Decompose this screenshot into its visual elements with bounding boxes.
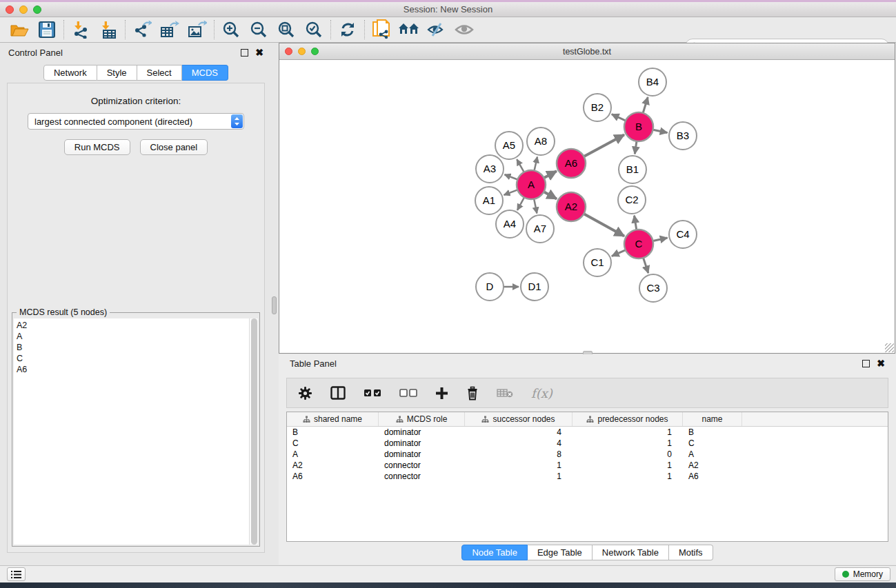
toolbar-separator: [330, 20, 331, 39]
toolbar-separator: [125, 20, 126, 39]
node-label-A5: A5: [503, 139, 515, 151]
table-row[interactable]: Bdominator41B: [287, 427, 888, 438]
table-row[interactable]: A6connector11A6: [287, 471, 888, 482]
table-row[interactable]: Cdominator41C: [287, 438, 888, 449]
table-cell: A: [683, 449, 742, 460]
column-header-name[interactable]: name: [683, 412, 742, 426]
table-cell: B: [683, 427, 742, 438]
network-window-titlebar[interactable]: testGlobe.txt: [279, 43, 895, 60]
zoom-in-icon[interactable]: [217, 19, 245, 40]
control-panel-title: Control Panel: [8, 48, 63, 58]
toolbar-separator: [214, 20, 215, 39]
result-item[interactable]: A: [17, 331, 246, 342]
result-item[interactable]: A6: [17, 364, 246, 375]
vertical-split-grip[interactable]: [272, 296, 277, 314]
result-scrollbar[interactable]: [249, 318, 258, 545]
network-from-file-icon[interactable]: [368, 19, 395, 40]
select-all-icon[interactable]: [364, 389, 381, 397]
table-cell: 1: [573, 460, 683, 471]
table-row[interactable]: A2connector11A2: [287, 460, 888, 471]
node-label-B2: B2: [591, 101, 604, 113]
table-cell: 1: [573, 427, 683, 438]
table-panel-header: Table Panel ✖: [279, 354, 896, 372]
table-tabs: Node TableEdge TableNetwork TableMotifs: [279, 545, 896, 560]
table-cell: A6: [683, 471, 742, 482]
tab-edge-table[interactable]: Edge Table: [528, 545, 593, 560]
network-graph[interactable]: B4B2BB3A8A5A6A3B1AA1C2A2A4A7C4CC1DD1C3: [279, 60, 895, 353]
node-label-A6: A6: [565, 157, 577, 169]
node-label-A2: A2: [565, 201, 577, 212]
delete-icon[interactable]: [466, 386, 479, 401]
column-header-shared-name[interactable]: shared name: [287, 412, 379, 426]
shared-attribute-icon: [303, 416, 310, 423]
tab-network-table[interactable]: Network Table: [593, 545, 669, 560]
column-header-predecessor-nodes[interactable]: predecessor nodes: [573, 412, 683, 426]
export-image-icon[interactable]: [183, 19, 211, 40]
deselect-all-icon[interactable]: [399, 389, 417, 397]
tab-style[interactable]: Style: [97, 65, 137, 81]
float-panel-icon[interactable]: [241, 49, 248, 57]
export-table-icon[interactable]: [156, 19, 183, 40]
tab-node-table[interactable]: Node Table: [461, 545, 528, 560]
list-icon: [11, 570, 21, 579]
run-mcds-button[interactable]: Run MCDS: [64, 139, 130, 155]
show-eye-icon[interactable]: [450, 19, 478, 40]
save-icon[interactable]: [33, 19, 61, 40]
memory-button[interactable]: Memory: [835, 567, 890, 581]
result-item[interactable]: C: [17, 353, 246, 364]
delete-table-icon: [497, 388, 513, 398]
result-item[interactable]: A2: [17, 320, 246, 331]
status-bar: Memory: [0, 565, 896, 582]
node-table-header: shared nameMCDS rolesuccessor nodesprede…: [287, 412, 888, 427]
node-label-C2: C2: [625, 194, 638, 205]
close-panel-icon[interactable]: ✖: [255, 49, 263, 57]
tab-network[interactable]: Network: [43, 65, 97, 81]
refresh-icon[interactable]: [334, 19, 361, 40]
node-label-D1: D1: [528, 281, 541, 292]
table-cell: A2: [287, 460, 379, 471]
table-cell: B: [287, 427, 379, 438]
network-canvas[interactable]: B4B2BB3A8A5A6A3B1AA1C2A2A4A7C4CC1DD1C3: [279, 60, 895, 353]
close-panel-icon[interactable]: ✖: [877, 360, 885, 367]
zoom-fit-icon[interactable]: [272, 19, 300, 40]
memory-label: Memory: [853, 569, 883, 579]
tab-select[interactable]: Select: [137, 65, 182, 81]
close-panel-button[interactable]: Close panel: [140, 139, 208, 155]
column-header-mcds-role[interactable]: MCDS role: [379, 412, 465, 426]
import-network-icon[interactable]: [67, 19, 94, 40]
add-column-icon[interactable]: [435, 387, 448, 400]
mcds-result-list[interactable]: A2ABCA6: [14, 318, 249, 545]
export-network-icon[interactable]: [128, 19, 156, 40]
gear-icon[interactable]: [298, 386, 312, 401]
table-cell: dominator: [379, 427, 465, 438]
float-panel-icon[interactable]: [862, 360, 870, 367]
tab-motifs[interactable]: Motifs: [669, 545, 713, 560]
result-item[interactable]: B: [17, 342, 246, 353]
table-cell: dominator: [379, 449, 465, 460]
titlebar: Session: New Session: [0, 2, 896, 17]
open-folder-icon[interactable]: [6, 19, 33, 40]
column-label: name: [701, 414, 722, 424]
node-label-A4: A4: [504, 218, 516, 230]
result-scrollbar-thumb[interactable]: [251, 318, 257, 545]
import-table-icon[interactable]: [94, 19, 122, 40]
hide-eye-icon[interactable]: [423, 19, 450, 40]
node-label-A: A: [528, 179, 535, 190]
table-row[interactable]: Adominator80A: [287, 449, 888, 460]
mcds-tab-content: Optimization criterion: largest connecte…: [7, 83, 265, 553]
column-header-successor-nodes[interactable]: successor nodes: [465, 412, 573, 426]
zoom-selected-icon[interactable]: [300, 19, 328, 40]
node-label-C1: C1: [590, 256, 604, 268]
function-builder-icon: f(x): [531, 386, 552, 401]
window-resize-grip[interactable]: [885, 343, 894, 352]
tab-mcds[interactable]: MCDS: [182, 65, 228, 81]
control-panel-header: Control Panel ✖: [1, 44, 270, 61]
column-layout-icon[interactable]: [330, 386, 346, 400]
column-label: shared name: [314, 414, 362, 424]
task-history-button[interactable]: [7, 567, 26, 581]
table-cell: A2: [683, 460, 742, 471]
home-icon[interactable]: [395, 19, 423, 40]
table-cell: connector: [379, 460, 465, 471]
criterion-select[interactable]: largest connected component (directed): [28, 113, 244, 130]
zoom-out-icon[interactable]: [245, 19, 272, 40]
